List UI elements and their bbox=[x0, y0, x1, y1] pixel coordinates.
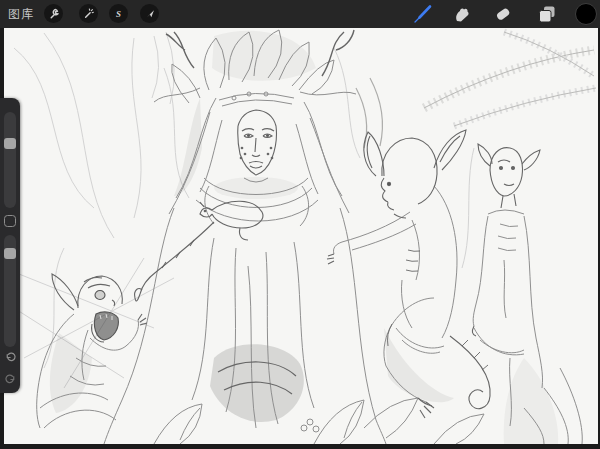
smudge-finger-icon bbox=[450, 2, 474, 26]
layers-button[interactable] bbox=[535, 2, 559, 26]
svg-text:S: S bbox=[116, 9, 121, 19]
adjustments-button[interactable] bbox=[79, 4, 98, 23]
redo-button[interactable] bbox=[3, 371, 17, 387]
move-arrow-icon bbox=[143, 7, 156, 20]
selections-button[interactable]: S bbox=[109, 4, 128, 23]
brush-sidebar bbox=[0, 98, 20, 393]
drawing-canvas[interactable] bbox=[4, 28, 598, 444]
gallery-button[interactable]: 图库 bbox=[8, 0, 34, 28]
layers-icon bbox=[535, 2, 559, 26]
artwork-figures-mid bbox=[37, 30, 583, 444]
transform-button[interactable] bbox=[140, 4, 159, 23]
brush-size-slider[interactable] bbox=[4, 112, 16, 208]
modify-button[interactable] bbox=[4, 215, 16, 227]
artwork-ferns bbox=[356, 32, 596, 148]
color-swatch-button[interactable] bbox=[575, 3, 597, 25]
brush-opacity-handle[interactable] bbox=[4, 248, 16, 259]
magic-wand-icon bbox=[82, 7, 95, 20]
redo-icon bbox=[4, 373, 17, 386]
undo-button[interactable] bbox=[3, 349, 17, 365]
actions-button[interactable] bbox=[44, 4, 63, 23]
eraser-icon bbox=[491, 2, 515, 26]
procreate-window: 图库 S bbox=[0, 0, 600, 449]
paint-tool-button[interactable] bbox=[411, 2, 435, 26]
brush-size-handle[interactable] bbox=[4, 138, 16, 149]
selection-s-icon: S bbox=[112, 7, 125, 20]
smudge-tool-button[interactable] bbox=[450, 2, 474, 26]
paintbrush-icon bbox=[411, 2, 435, 26]
artwork-background-lines bbox=[4, 32, 474, 388]
top-toolbar: 图库 S bbox=[0, 0, 600, 28]
canvas-artwork-sketch bbox=[4, 28, 598, 444]
wrench-icon bbox=[47, 7, 60, 20]
erase-tool-button[interactable] bbox=[491, 2, 515, 26]
undo-icon bbox=[4, 351, 17, 364]
